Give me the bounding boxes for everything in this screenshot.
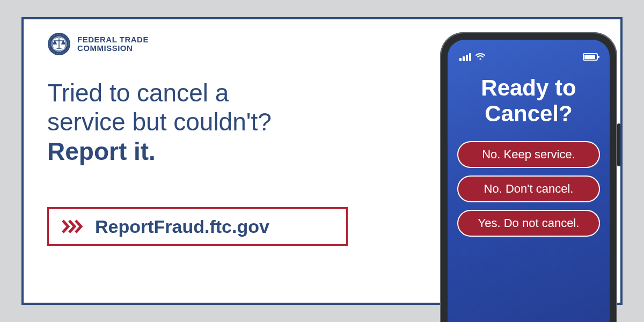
cancel-options: No. Keep service. No. Don't cancel. Yes.… [457, 141, 600, 237]
ftc-seal-icon [47, 32, 71, 56]
headline: Tried to cancel a service but couldn't? … [47, 78, 380, 166]
org-name-line2: COMMISSION [77, 44, 149, 53]
phone-status-bar [457, 50, 600, 63]
phone-title-line2: Cancel? [485, 101, 572, 126]
option-do-not-cancel[interactable]: Yes. Do not cancel. [457, 210, 600, 237]
headline-bold: Report it. [47, 137, 156, 165]
phone-prompt-title: Ready to Cancel? [457, 75, 600, 127]
status-left [459, 53, 485, 61]
headline-line2: service but couldn't? [47, 108, 272, 136]
wifi-icon [475, 53, 485, 61]
option-keep-service[interactable]: No. Keep service. [457, 141, 600, 168]
battery-icon [583, 53, 598, 61]
chevron-right-icon [62, 219, 86, 233]
option-label: No. Keep service. [482, 148, 575, 162]
phone-mockup: Ready to Cancel? No. Keep service. No. D… [440, 32, 617, 322]
option-label: Yes. Do not cancel. [478, 216, 580, 230]
cta-url-text: ReportFraud.ftc.gov [95, 216, 269, 237]
phone-title-line1: Ready to [481, 75, 576, 100]
org-lockup: FEDERAL TRADE COMMISSION [47, 32, 149, 56]
report-fraud-link[interactable]: ReportFraud.ftc.gov [47, 207, 348, 246]
org-name: FEDERAL TRADE COMMISSION [77, 35, 149, 53]
svg-point-7 [479, 58, 481, 60]
org-name-line1: FEDERAL TRADE [77, 35, 149, 45]
headline-line1: Tried to cancel a [47, 79, 229, 107]
phone-screen: Ready to Cancel? No. Keep service. No. D… [448, 40, 610, 322]
option-dont-cancel[interactable]: No. Don't cancel. [457, 175, 600, 202]
option-label: No. Don't cancel. [484, 182, 574, 196]
signal-bars-icon [459, 53, 471, 61]
